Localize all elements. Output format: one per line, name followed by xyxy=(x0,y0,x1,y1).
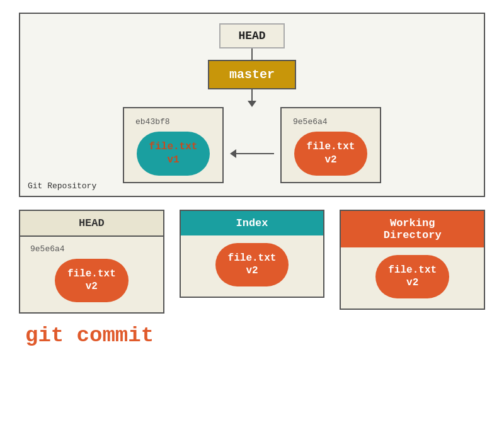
commit-arrow-left xyxy=(224,149,280,158)
working-dir-area-box: Working Directory file.txt v2 xyxy=(340,210,485,310)
file-blob-right: file.txt v2 xyxy=(294,132,368,176)
commit-hash-right: 9e5e6a4 xyxy=(293,117,328,127)
index-area-blob: file.txt v2 xyxy=(215,243,289,287)
git-repository-box: HEAD master eb43bf8 file.txt v1 xyxy=(19,13,485,197)
arrowhead-left xyxy=(230,149,236,158)
index-area-header: Index xyxy=(181,211,324,235)
arrowhead-down xyxy=(248,101,256,107)
git-repo-label: Git Repository xyxy=(28,181,96,191)
head-area-hash: 9e5e6a4 xyxy=(30,244,65,254)
commit-hash-left: eb43bf8 xyxy=(135,117,170,127)
index-area-box: Index file.txt v2 xyxy=(180,210,325,298)
head-area-blob: file.txt v2 xyxy=(55,259,129,303)
git-commit-label: git commit xyxy=(19,324,485,348)
arrow-line xyxy=(251,89,253,101)
head-area-body: 9e5e6a4 file.txt v2 xyxy=(20,237,163,313)
bottom-section: HEAD 9e5e6a4 file.txt v2 Index file.txt … xyxy=(19,210,485,314)
working-dir-area-body: file.txt v2 xyxy=(341,247,484,309)
file-blob-left: file.txt v1 xyxy=(137,132,210,176)
head-box-top: HEAD xyxy=(219,23,284,48)
working-dir-area-header: Working Directory xyxy=(341,211,484,247)
git-commit-footer: git commit xyxy=(19,320,485,348)
index-area-body: file.txt v2 xyxy=(181,235,324,297)
master-box: master xyxy=(208,60,296,89)
head-area-header: HEAD xyxy=(20,211,163,237)
commits-row: eb43bf8 file.txt v1 9e5e6a4 file.txt v2 xyxy=(33,107,471,183)
arrow-left-shape xyxy=(230,149,274,158)
commit-box-left: eb43bf8 file.txt v1 xyxy=(123,107,224,183)
master-to-commit-arrow xyxy=(248,89,256,107)
commit-box-right: 9e5e6a4 file.txt v2 xyxy=(280,107,381,183)
working-dir-area-blob: file.txt v2 xyxy=(375,255,449,299)
head-to-master-line xyxy=(251,48,253,60)
arrow-h-line xyxy=(236,153,274,154)
head-area-box: HEAD 9e5e6a4 file.txt v2 xyxy=(19,210,164,314)
